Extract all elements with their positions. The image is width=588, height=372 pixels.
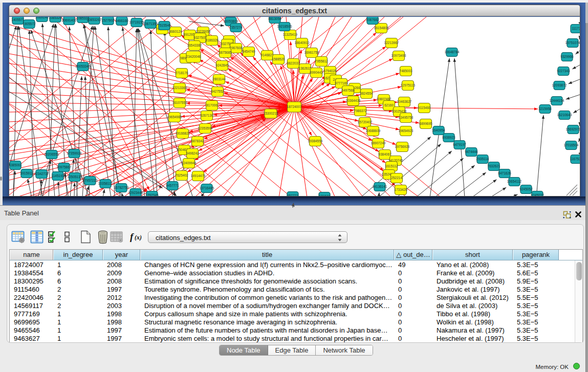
svg-text:16053809: 16053809 <box>224 19 238 23</box>
svg-text:12444154: 12444154 <box>550 99 564 102</box>
svg-text:8186328: 8186328 <box>205 38 219 42</box>
svg-text:13716485: 13716485 <box>200 186 214 190</box>
svg-text:1405571: 1405571 <box>11 18 25 21</box>
svg-text:14136141: 14136141 <box>373 185 387 188</box>
svg-text:9245032: 9245032 <box>531 193 544 196</box>
svg-text:9227343: 9227343 <box>557 69 570 73</box>
svg-text:17957223: 17957223 <box>83 179 98 182</box>
svg-text:16782759: 16782759 <box>114 186 129 189</box>
svg-text:16543382: 16543382 <box>187 43 202 47</box>
svg-text:f: f <box>130 231 134 242</box>
svg-text:3267130: 3267130 <box>200 114 213 117</box>
svg-text:14914479: 14914479 <box>191 174 206 178</box>
svg-text:3822037: 3822037 <box>287 61 300 65</box>
svg-text:10688609: 10688609 <box>366 129 381 133</box>
svg-text:10358117: 10358117 <box>98 182 113 185</box>
svg-text:15692971: 15692971 <box>566 127 580 131</box>
svg-text:2967608: 2967608 <box>229 46 243 50</box>
svg-text:1145193: 1145193 <box>52 174 64 178</box>
svg-text:2069140: 2069140 <box>35 17 49 19</box>
svg-text:20691406: 20691406 <box>62 18 77 22</box>
svg-text:1588520: 1588520 <box>272 57 285 61</box>
svg-text:6466160: 6466160 <box>115 19 128 23</box>
svg-text:7955812: 7955812 <box>315 59 328 63</box>
svg-text:9777169: 9777169 <box>335 81 348 85</box>
svg-text:8471626: 8471626 <box>498 171 511 175</box>
svg-text:16154808: 16154808 <box>374 26 389 30</box>
svg-text:9329966: 9329966 <box>560 55 574 58</box>
svg-text:7485003: 7485003 <box>399 69 412 73</box>
svg-text:17016504: 17016504 <box>564 143 579 147</box>
svg-text:7986372: 7986372 <box>354 109 367 113</box>
svg-text:8454749: 8454749 <box>242 50 255 53</box>
svg-text:15720407: 15720407 <box>358 120 373 124</box>
svg-text:10463627: 10463627 <box>397 100 412 103</box>
svg-text:19654923: 19654923 <box>399 129 413 133</box>
svg-text:13495758: 13495758 <box>399 116 413 119</box>
svg-text:18640910: 18640910 <box>295 41 310 45</box>
svg-text:7515546: 7515546 <box>158 24 171 27</box>
svg-text:16210643: 16210643 <box>557 113 572 117</box>
svg-text:9146821: 9146821 <box>260 53 274 57</box>
svg-text:8813054: 8813054 <box>268 17 281 20</box>
svg-text:9384067: 9384067 <box>378 152 391 156</box>
svg-text:15300215: 15300215 <box>264 112 278 115</box>
svg-text:18907249: 18907249 <box>371 141 386 145</box>
svg-text:1527602: 1527602 <box>101 18 115 22</box>
svg-text:8938923: 8938923 <box>442 136 455 139</box>
svg-text:23420046: 23420046 <box>186 55 201 58</box>
svg-text:5878342: 5878342 <box>191 139 204 143</box>
svg-text:8660124: 8660124 <box>169 30 182 33</box>
svg-text:2935114: 2935114 <box>476 157 489 161</box>
svg-text:2718176: 2718176 <box>175 71 188 75</box>
svg-text:11173: 11173 <box>572 27 580 30</box>
svg-text:2803144: 2803144 <box>212 77 226 81</box>
svg-text:16961758: 16961758 <box>304 51 319 54</box>
svg-text:957771: 957771 <box>287 194 298 196</box>
svg-text:15751074: 15751074 <box>565 41 580 45</box>
svg-text:19218506: 19218506 <box>277 25 292 28</box>
svg-text:10719155: 10719155 <box>129 20 144 24</box>
svg-text:3498242: 3498242 <box>186 151 199 155</box>
svg-text:8427552: 8427552 <box>211 90 224 93</box>
svg-text:20364436: 20364436 <box>346 99 361 102</box>
svg-text:12342737: 12342737 <box>34 172 49 176</box>
svg-text:10973493: 10973493 <box>391 54 406 57</box>
svg-text:10853267: 10853267 <box>87 18 102 21</box>
svg-text:17359924: 17359924 <box>67 151 82 155</box>
svg-text:12093872: 12093872 <box>552 83 567 87</box>
svg-text:9327505: 9327505 <box>193 36 207 39</box>
svg-text:19384554: 19384554 <box>308 139 323 143</box>
svg-text:3915911: 3915911 <box>20 171 33 175</box>
svg-text:252214: 252214 <box>391 176 402 180</box>
svg-text:3875685: 3875685 <box>219 51 232 54</box>
svg-text:9474444: 9474444 <box>465 150 478 154</box>
svg-text:10654112: 10654112 <box>507 180 522 183</box>
svg-text:16648784: 16648784 <box>445 50 460 54</box>
svg-text:1733426: 1733426 <box>394 188 407 191</box>
svg-text:20053346: 20053346 <box>76 64 91 68</box>
svg-text:30975867: 30975867 <box>57 165 72 169</box>
svg-text:6479197: 6479197 <box>453 143 466 146</box>
svg-text:12213369: 12213369 <box>172 86 187 90</box>
svg-text:9242845: 9242845 <box>215 63 229 67</box>
svg-text:12923448: 12923448 <box>128 191 143 194</box>
svg-text:3824554: 3824554 <box>360 92 373 95</box>
svg-text:1362615: 1362615 <box>298 67 312 70</box>
svg-text:1905572: 1905572 <box>23 22 36 26</box>
svg-text:12353594: 12353594 <box>198 126 213 130</box>
svg-text:9115460: 9115460 <box>418 106 431 110</box>
svg-text:2087682: 2087682 <box>366 18 379 21</box>
svg-text:9457771: 9457771 <box>166 184 179 187</box>
svg-text:8990443: 8990443 <box>310 71 323 74</box>
svg-text:1085326: 1085326 <box>49 17 62 19</box>
svg-text:9245052: 9245052 <box>519 187 533 191</box>
svg-text:7632621: 7632621 <box>487 164 500 168</box>
svg-text:131641: 131641 <box>319 194 330 196</box>
svg-text:12975115: 12975115 <box>401 83 416 87</box>
svg-text:817006: 817006 <box>206 103 217 107</box>
svg-text:11325419: 11325419 <box>283 33 298 36</box>
svg-text:1292345: 1292345 <box>145 193 159 196</box>
svg-text:6899695: 6899695 <box>419 122 432 125</box>
svg-text:3215958: 3215958 <box>538 107 552 111</box>
